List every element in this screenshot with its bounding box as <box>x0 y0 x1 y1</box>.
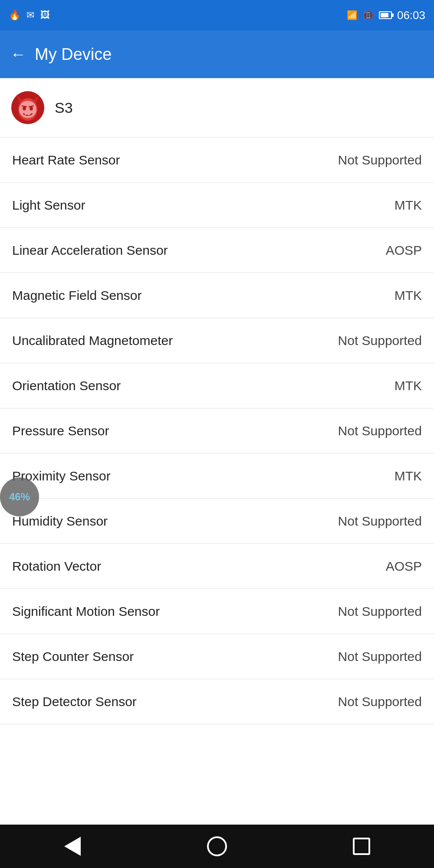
back-button[interactable]: ← <box>10 46 26 62</box>
bottom-nav <box>0 825 434 868</box>
sensor-row: Humidity SensorNot Supported <box>0 499 434 544</box>
image-icon: 🖼 <box>40 10 50 21</box>
sensor-value: Not Supported <box>338 649 422 664</box>
status-time: 06:03 <box>397 9 425 22</box>
sensor-row: Heart Rate SensorNot Supported <box>0 138 434 183</box>
sensor-name: Heart Rate Sensor <box>12 151 120 168</box>
sensor-name: Step Counter Sensor <box>12 648 134 665</box>
svg-point-5 <box>23 107 26 111</box>
sensor-value: MTK <box>395 469 422 483</box>
sensor-name: Rotation Vector <box>12 558 101 575</box>
sensor-value: Not Supported <box>338 604 422 619</box>
device-header: S3 <box>0 78 434 138</box>
sensor-value: Not Supported <box>338 424 422 438</box>
nav-home-button[interactable] <box>204 833 230 859</box>
sensor-name: Linear Acceleration Sensor <box>12 242 168 259</box>
sensor-value: MTK <box>395 288 422 303</box>
no-sim-icon: 📵 <box>363 10 374 20</box>
sensor-row: Orientation SensorMTK <box>0 363 434 408</box>
flame-icon: 🔥 <box>9 10 20 21</box>
nav-recents-button[interactable] <box>349 833 375 859</box>
sensor-row: Significant Motion SensorNot Supported <box>0 589 434 634</box>
status-bar-left: 🔥 ✉ 🖼 <box>9 10 50 21</box>
sensor-row: Step Counter SensorNot Supported <box>0 634 434 679</box>
sensor-value: MTK <box>395 378 422 393</box>
sensor-value: MTK <box>395 198 422 213</box>
sensor-row: Proximity SensorMTK <box>0 454 434 499</box>
sensor-row: Uncalibrated MagnetometerNot Supported <box>0 318 434 363</box>
battery-icon <box>379 11 392 19</box>
sensor-row: Linear Acceleration SensorAOSP <box>0 228 434 273</box>
sensor-value: Not Supported <box>338 153 422 168</box>
nav-back-button[interactable] <box>59 833 85 859</box>
device-name: S3 <box>55 99 73 116</box>
sensor-value: AOSP <box>386 243 422 258</box>
sensor-value: AOSP <box>386 559 422 574</box>
sensor-name: Light Sensor <box>12 197 85 214</box>
device-avatar <box>10 90 45 125</box>
sensor-name: Step Detector Sensor <box>12 693 137 710</box>
floating-badge: 46% <box>0 477 39 516</box>
sensor-row: Pressure SensorNot Supported <box>0 408 434 454</box>
sensor-name: Orientation Sensor <box>12 377 121 394</box>
app-bar: ← My Device <box>0 30 434 78</box>
svg-point-6 <box>30 107 33 111</box>
wifi-icon: 📶 <box>347 10 358 20</box>
sensor-name: Magnetic Field Sensor <box>12 287 141 304</box>
sensor-row: Step Detector SensorNot Supported <box>0 679 434 724</box>
sensor-value: Not Supported <box>338 694 422 709</box>
sensor-row: Magnetic Field SensorMTK <box>0 273 434 318</box>
sensor-name: Pressure Sensor <box>12 422 109 439</box>
message-icon: ✉ <box>26 10 34 21</box>
sensor-value: Not Supported <box>338 333 422 348</box>
status-bar-right: 📶 📵 06:03 <box>347 9 425 22</box>
sensor-name: Uncalibrated Magnetometer <box>12 332 173 349</box>
sensor-row: Light SensorMTK <box>0 183 434 228</box>
sensor-list: Heart Rate SensorNot SupportedLight Sens… <box>0 138 434 724</box>
sensor-name: Significant Motion Sensor <box>12 603 160 620</box>
page-title: My Device <box>35 45 112 64</box>
status-bar: 🔥 ✉ 🖼 📶 📵 06:03 <box>0 0 434 30</box>
sensor-row: Rotation VectorAOSP <box>0 544 434 589</box>
sensor-value: Not Supported <box>338 514 422 529</box>
